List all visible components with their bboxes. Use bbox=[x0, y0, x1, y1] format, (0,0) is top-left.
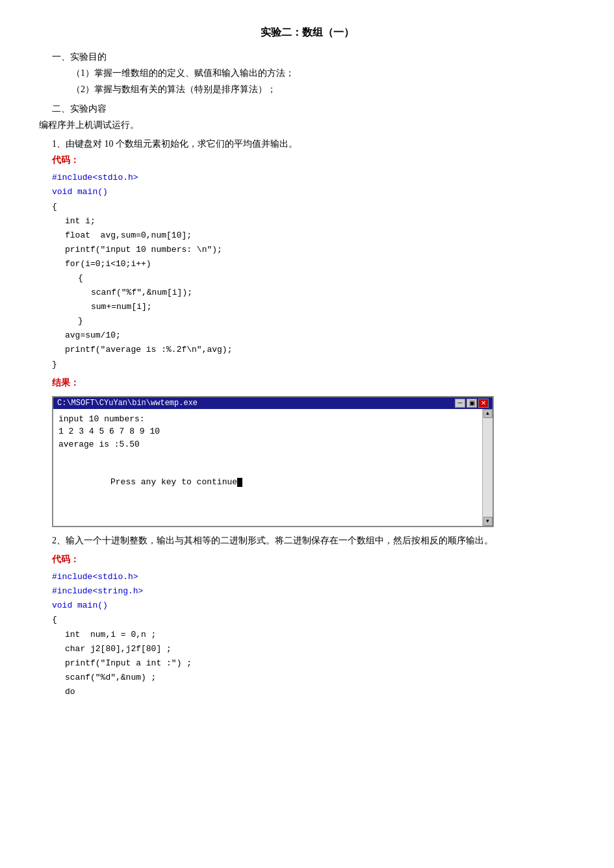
section1-item2: （2）掌握与数组有关的算法（特别是排序算法）； bbox=[71, 81, 575, 97]
task2-code-line-1: #include<string.h> bbox=[52, 584, 575, 599]
task2-code-line-3: { bbox=[52, 613, 575, 627]
code-line-3: int i; bbox=[65, 214, 575, 229]
task2-description: 2、输入一个十进制整数，输出与其相等的二进制形式。将二进制保存在一个数组中，然后… bbox=[52, 532, 575, 549]
console-body: input 10 numbers: 1 2 3 4 5 6 7 8 9 10 a… bbox=[53, 409, 492, 526]
code-line-6: for(i=0;i<10;i++) bbox=[65, 257, 575, 271]
console-restore-button[interactable]: ▣ bbox=[467, 399, 477, 408]
task2-code-line-2: void main() bbox=[52, 599, 575, 613]
code-line-7: { bbox=[78, 271, 575, 286]
console-titlebar: C:\MSOFT\CYuYan\bin\wwtemp.exe ─ ▣ ✕ bbox=[53, 397, 492, 409]
code-line-1: void main() bbox=[52, 185, 575, 199]
console-scroll-up-button[interactable]: ▲ bbox=[483, 409, 492, 418]
console-line-3 bbox=[58, 451, 474, 464]
section2-intro: 编程序并上机调试运行。 bbox=[39, 117, 575, 133]
console-window: C:\MSOFT\CYuYan\bin\wwtemp.exe ─ ▣ ✕ inp… bbox=[52, 396, 494, 527]
code-line-13: } bbox=[52, 358, 575, 372]
console-title: C:\MSOFT\CYuYan\bin\wwtemp.exe bbox=[57, 399, 198, 408]
task2-code-line-0: #include<stdio.h> bbox=[52, 570, 575, 584]
result-label: 结果： bbox=[52, 375, 575, 391]
task2-code-block: #include<stdio.h> #include<string.h> voi… bbox=[39, 570, 575, 699]
code-line-10: } bbox=[78, 314, 575, 329]
code-line-5: printf("input 10 numbers: \n"); bbox=[65, 243, 575, 257]
code-line-4: float avg,sum=0,num[10]; bbox=[65, 229, 575, 243]
section2-heading: 二、实验内容 bbox=[52, 101, 575, 117]
code-line-12: printf("average is :%.2f\n",avg); bbox=[65, 343, 575, 357]
code-line-9: sum+=num[i]; bbox=[91, 300, 575, 314]
console-line-7 bbox=[58, 501, 474, 514]
section1-heading: 一、实验目的 bbox=[52, 49, 575, 65]
task2-code-line-6: printf("Input a int :") ; bbox=[65, 656, 575, 671]
console-line-4 bbox=[58, 464, 474, 477]
task1-code-block: #include<stdio.h> void main() { int i; f… bbox=[39, 171, 575, 371]
console-scrollbar[interactable]: ▲ ▼ bbox=[482, 409, 492, 526]
code-line-8: scanf("%f",&num[i]); bbox=[91, 286, 575, 300]
task2-code-label: 代码： bbox=[52, 551, 575, 567]
task1-description: 1、由键盘对 10 个数组元素初始化，求它们的平均值并输出。 bbox=[52, 136, 575, 152]
task2-code-line-8: do bbox=[65, 685, 575, 699]
console-line-2: average is :5.50 bbox=[58, 438, 474, 451]
console-minimize-button[interactable]: ─ bbox=[455, 399, 465, 408]
code-line-11: avg=sum/10; bbox=[65, 329, 575, 343]
console-close-button[interactable]: ✕ bbox=[478, 399, 489, 408]
task2-code-line-7: scanf("%d",&num) ; bbox=[65, 671, 575, 685]
console-content: input 10 numbers: 1 2 3 4 5 6 7 8 9 10 a… bbox=[58, 413, 487, 514]
task2-code-line-4: int num,i = 0,n ; bbox=[65, 628, 575, 642]
task2-code-line-5: char j2[80],j2f[80] ; bbox=[65, 642, 575, 656]
code-line-0: #include<stdio.h> bbox=[52, 171, 575, 185]
section1-item1: （1）掌握一维数组的的定义、赋值和输入输出的方法； bbox=[71, 65, 575, 81]
page-title: 实验二：数组（一） bbox=[39, 26, 575, 40]
console-scroll-down-button[interactable]: ▼ bbox=[483, 517, 492, 526]
console-line-1: 1 2 3 4 5 6 7 8 9 10 bbox=[58, 425, 474, 438]
console-line-0: input 10 numbers: bbox=[58, 413, 474, 426]
console-buttons[interactable]: ─ ▣ ✕ bbox=[455, 399, 489, 408]
console-cursor bbox=[237, 478, 242, 487]
console-line-5: Press any key to continue bbox=[58, 476, 474, 489]
code-line-2: { bbox=[52, 200, 575, 214]
console-line-6 bbox=[58, 489, 474, 502]
task1-code-label: 代码： bbox=[52, 152, 575, 168]
